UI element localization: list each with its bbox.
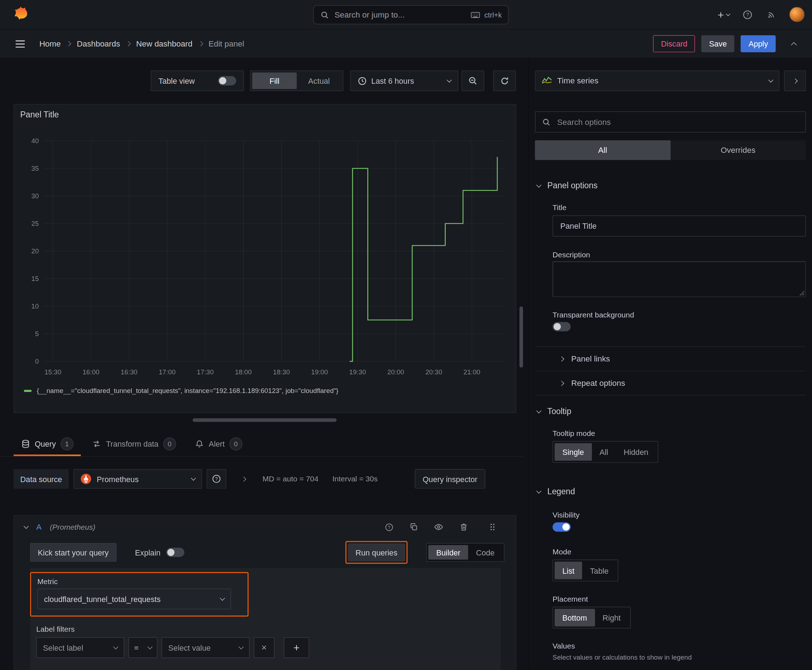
news-rss-icon[interactable]: [765, 8, 778, 22]
refresh-icon: [500, 76, 509, 85]
legend-placement-right[interactable]: Right: [595, 609, 628, 626]
panel-description-textarea[interactable]: [553, 262, 805, 297]
legend-series-label[interactable]: {__name__="cloudflared_tunnel_total_requ…: [37, 387, 338, 394]
tooltip-mode-all[interactable]: All: [592, 443, 616, 461]
time-range-picker[interactable]: Last 6 hours: [350, 71, 458, 91]
code-option[interactable]: Code: [468, 545, 502, 560]
kick-start-query-button[interactable]: Kick start your query: [30, 543, 116, 562]
chevron-down-icon: [239, 644, 244, 649]
breadcrumb-dashboards[interactable]: Dashboards: [77, 39, 120, 48]
panel-title[interactable]: Panel Title: [20, 110, 59, 120]
drag-handle-grip-icon[interactable]: [486, 520, 500, 534]
options-search-box[interactable]: [535, 111, 805, 132]
save-button[interactable]: Save: [701, 35, 735, 52]
menu-hamburger-icon[interactable]: [15, 38, 25, 49]
svg-text:20:30: 20:30: [425, 368, 442, 376]
panel-options-section-header[interactable]: Panel options: [535, 179, 805, 193]
chart-legend-item[interactable]: {__name__="cloudflared_tunnel_total_requ…: [24, 387, 339, 394]
legend-section-header[interactable]: Legend: [535, 485, 805, 499]
datasource-help-button[interactable]: ?: [207, 469, 226, 489]
svg-text:15:30: 15:30: [44, 368, 61, 376]
datasource-label: Data source: [14, 469, 69, 489]
run-queries-button[interactable]: Run queries: [348, 544, 405, 561]
query-inspector-button[interactable]: Query inspector: [415, 469, 485, 489]
discard-button[interactable]: Discard: [653, 35, 695, 52]
transform-icon: [92, 437, 101, 451]
prometheus-icon: [80, 473, 92, 485]
query-help-icon[interactable]: ?: [382, 520, 396, 534]
svg-text:18:30: 18:30: [273, 368, 290, 376]
user-avatar[interactable]: [789, 7, 805, 22]
horizontal-scrollbar-thumb[interactable]: [193, 418, 337, 422]
tooltip-section-header[interactable]: Tooltip: [535, 404, 805, 419]
transparent-background-toggle[interactable]: [553, 322, 571, 332]
tab-transform-data[interactable]: Transform data 0: [85, 431, 183, 456]
toggle-viz-suggestions-button[interactable]: [784, 71, 806, 91]
select-label-dropdown[interactable]: Select label: [36, 638, 124, 658]
add-new-button[interactable]: +: [717, 9, 730, 20]
query-row-header[interactable]: A (Prometheus) ?: [14, 516, 516, 539]
time-series-chart[interactable]: 051015202530354015:3016:0016:3017:0017:3…: [19, 132, 511, 380]
select-value-dropdown[interactable]: Select value: [161, 638, 249, 658]
legend-values-label: Values: [553, 642, 805, 650]
delete-query-trash-icon[interactable]: [457, 520, 470, 534]
collapse-options-pane-icon[interactable]: [787, 37, 801, 51]
toggle-visibility-eye-icon[interactable]: [432, 520, 445, 534]
breadcrumb-new-dashboard[interactable]: New dashboard: [136, 39, 192, 48]
add-filter-button[interactable]: +: [284, 638, 309, 658]
operator-dropdown[interactable]: =: [129, 638, 158, 658]
tab-overrides[interactable]: Overrides: [670, 140, 805, 160]
metric-select[interactable]: cloudflared_tunnel_total_requests: [37, 589, 231, 609]
table-view-toggle[interactable]: [218, 76, 236, 86]
apply-button[interactable]: Apply: [741, 35, 776, 52]
query-collapse-icon[interactable]: [24, 524, 29, 529]
actual-option[interactable]: Actual: [297, 72, 341, 89]
query-ref-id[interactable]: A: [36, 522, 42, 531]
query-options-expand-icon[interactable]: [237, 472, 251, 486]
chevron-down-icon: [191, 475, 196, 481]
panel-title-input[interactable]: [559, 221, 799, 231]
tooltip-mode-hidden[interactable]: Hidden: [616, 443, 656, 461]
tab-query[interactable]: Query 1: [14, 431, 81, 456]
builder-option[interactable]: Builder: [429, 545, 468, 560]
legend-placement-bottom[interactable]: Bottom: [554, 609, 595, 626]
section-divider: [535, 395, 805, 396]
help-icon[interactable]: ?: [741, 8, 754, 22]
svg-text:20:00: 20:00: [387, 368, 404, 376]
refresh-button[interactable]: [493, 71, 516, 91]
vertical-scrollbar-thumb[interactable]: [519, 306, 523, 367]
tab-alert[interactable]: Alert 0: [188, 431, 249, 456]
zoom-out-button[interactable]: [461, 71, 485, 91]
explain-toggle[interactable]: [166, 548, 185, 557]
fill-option[interactable]: Fill: [252, 72, 297, 89]
breadcrumb-home[interactable]: Home: [39, 39, 61, 48]
legend-visibility-toggle[interactable]: [553, 522, 571, 531]
legend-mode-list[interactable]: List: [554, 562, 582, 579]
breadcrumb-separator-icon: [66, 41, 71, 46]
visualization-picker[interactable]: Time series: [535, 71, 780, 91]
chevron-down-icon: [536, 183, 541, 188]
duplicate-query-icon[interactable]: [407, 520, 421, 534]
remove-filter-button[interactable]: ×: [254, 638, 275, 658]
svg-text:35: 35: [32, 165, 39, 172]
metric-label: Metric: [37, 577, 241, 585]
global-search-input[interactable]: Search or jump to... ctrl+k: [313, 5, 509, 24]
options-search-input[interactable]: [556, 117, 799, 127]
tooltip-mode-single[interactable]: Single: [554, 443, 592, 461]
svg-text:10: 10: [32, 303, 39, 310]
metric-highlight-box: Metric cloudflared_tunnel_total_requests: [30, 572, 249, 616]
query-datasource-hint: (Prometheus): [50, 523, 95, 531]
tab-all-options[interactable]: All: [535, 140, 670, 160]
time-series-viz-icon: [542, 76, 552, 86]
datasource-picker[interactable]: Prometheus: [73, 469, 202, 489]
repeat-options-label: Repeat options: [571, 378, 625, 387]
svg-text:?: ?: [746, 12, 749, 17]
search-icon: [320, 10, 329, 19]
repeat-options-row[interactable]: Repeat options: [535, 371, 805, 395]
svg-text:15: 15: [32, 275, 39, 283]
search-icon: [542, 115, 551, 129]
search-shortcut-hint: ctrl+k: [485, 11, 502, 19]
grafana-logo-icon[interactable]: [10, 5, 29, 24]
legend-mode-table[interactable]: Table: [582, 562, 616, 579]
panel-links-row[interactable]: Panel links: [535, 347, 805, 371]
